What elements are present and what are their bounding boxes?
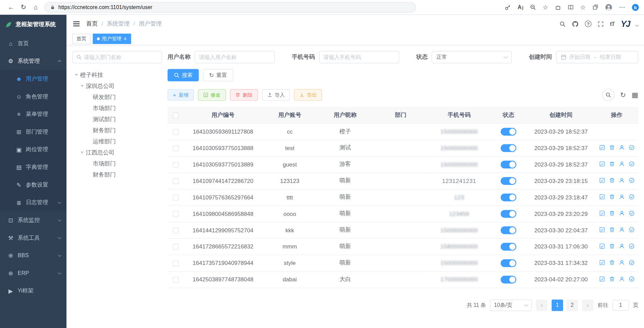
row-assign-role-icon[interactable]	[629, 144, 634, 150]
sidebar-menu-item[interactable]: ⚒ 系统工具	[0, 229, 66, 247]
row-assign-role-icon[interactable]	[629, 210, 634, 216]
tree-node[interactable]: 橙子科技	[72, 69, 162, 81]
date-range-picker[interactable]: 开始日期 - 结束日期	[556, 51, 638, 63]
row-delete-icon[interactable]	[609, 243, 614, 249]
split-screen-icon[interactable]	[567, 4, 574, 10]
sidebar-menu-item[interactable]: ✎ 参数设置	[0, 176, 66, 194]
password-key-icon[interactable]	[505, 4, 511, 10]
row-delete-icon[interactable]	[609, 177, 614, 183]
status-toggle[interactable]	[501, 259, 516, 267]
sidebar-menu-item[interactable]: ⊕ ERP	[0, 264, 66, 282]
row-edit-icon[interactable]	[599, 227, 605, 232]
browser-refresh-icon[interactable]: ↻	[17, 1, 30, 13]
read-aloud-icon[interactable]: A	[518, 4, 524, 10]
row-checkbox[interactable]	[173, 277, 179, 283]
breadcrumb-item[interactable]: 用户管理	[134, 20, 162, 28]
row-checkbox[interactable]	[173, 162, 179, 168]
sidebar-menu-item[interactable]: ⊞ 部门管理	[0, 123, 66, 141]
favorites-bar-icon[interactable]: ☆	[580, 3, 586, 11]
header-search-icon[interactable]	[559, 21, 565, 27]
row-delete-icon[interactable]	[609, 210, 614, 216]
row-reset-password-icon[interactable]	[619, 161, 625, 167]
row-assign-role-icon[interactable]	[629, 243, 634, 249]
dept-search-input[interactable]	[84, 54, 157, 60]
import-button[interactable]: 导入	[262, 89, 290, 101]
browser-back-icon[interactable]: ←	[5, 1, 17, 13]
select-all-checkbox[interactable]	[173, 112, 179, 118]
sidebar-menu-item[interactable]: ▣ 岗位管理	[0, 141, 66, 158]
row-delete-icon[interactable]	[609, 276, 614, 282]
sidebar-menu-item[interactable]: ☺ 角色管理	[0, 88, 66, 105]
page-size-select[interactable]: 10条/页	[490, 299, 532, 311]
extensions-icon[interactable]	[555, 4, 561, 10]
sidebar-menu-item[interactable]: ▤ 字典管理	[0, 158, 66, 176]
status-select[interactable]: 正常	[432, 51, 512, 63]
toggle-search-icon[interactable]	[602, 89, 614, 101]
font-size-icon[interactable]: tT	[610, 20, 615, 27]
collections-icon[interactable]	[592, 4, 598, 10]
tree-node[interactable]: 深圳总公司	[72, 81, 162, 92]
tree-node[interactable]: 财务部门	[72, 125, 162, 136]
zoom-out-icon[interactable]	[530, 4, 536, 10]
tree-node[interactable]: 研发部门	[72, 92, 162, 103]
tree-node[interactable]: 江西总公司	[72, 147, 162, 158]
row-checkbox[interactable]	[173, 178, 179, 184]
status-toggle[interactable]	[501, 276, 516, 283]
row-delete-icon[interactable]	[609, 194, 614, 199]
row-edit-icon[interactable]	[599, 161, 605, 167]
row-reset-password-icon[interactable]	[619, 177, 625, 183]
sidebar-menu-item[interactable]: ⌂ 首页	[0, 35, 66, 52]
help-icon[interactable]: ?	[585, 20, 592, 27]
row-checkbox[interactable]	[173, 228, 179, 233]
delete-button[interactable]: 删除	[230, 89, 258, 101]
search-button[interactable]: 搜索	[167, 69, 199, 82]
status-toggle[interactable]	[501, 144, 516, 152]
row-checkbox[interactable]	[173, 145, 179, 151]
column-settings-icon[interactable]: ▦	[632, 91, 638, 99]
row-delete-icon[interactable]	[609, 260, 614, 265]
tree-node[interactable]: 测试部门	[72, 114, 162, 125]
row-assign-role-icon[interactable]	[629, 194, 634, 199]
status-toggle[interactable]	[501, 210, 516, 218]
row-edit-icon[interactable]	[599, 276, 605, 282]
tree-node[interactable]: 市场部门	[72, 158, 162, 169]
bing-logo-icon[interactable]: b	[632, 3, 639, 11]
sidebar-menu-item[interactable]: ≣ 日志管理	[0, 193, 66, 211]
tree-node[interactable]: 市场部门	[72, 103, 162, 114]
row-reset-password-icon[interactable]	[619, 194, 625, 199]
row-reset-password-icon[interactable]	[619, 243, 625, 249]
row-checkbox[interactable]	[173, 244, 179, 250]
breadcrumb-item[interactable]: 首页	[86, 20, 98, 28]
tab-home[interactable]: 首页	[72, 34, 90, 44]
sidebar-menu-item[interactable]: ⊕ BBS	[0, 246, 66, 264]
row-reset-password-icon[interactable]	[619, 144, 625, 150]
row-checkbox[interactable]	[173, 129, 179, 135]
tree-node[interactable]: 财务部门	[72, 169, 162, 180]
avatar-caret-icon[interactable]	[635, 23, 639, 27]
export-button[interactable]: 导出	[294, 89, 322, 101]
page-number-button[interactable]: 2	[566, 299, 578, 311]
sidebar-menu-item[interactable]: ⊡ 系统监控	[0, 211, 66, 229]
add-favorite-icon[interactable]: ☆	[543, 3, 548, 11]
breadcrumb-item[interactable]: 系统管理	[101, 20, 130, 28]
status-toggle[interactable]	[501, 243, 516, 250]
status-toggle[interactable]	[501, 160, 516, 168]
row-edit-icon[interactable]	[599, 177, 605, 183]
edit-button[interactable]: 修改	[198, 89, 226, 101]
row-reset-password-icon[interactable]	[619, 227, 625, 232]
row-assign-role-icon[interactable]	[629, 177, 634, 183]
url-text[interactable]: https://ccnetcore.com:1101/system/user	[58, 4, 152, 10]
browser-home-icon[interactable]: ⌂	[30, 1, 42, 13]
tree-node[interactable]: 运维部门	[72, 136, 162, 147]
browser-profile-avatar[interactable]	[605, 3, 612, 11]
row-delete-icon[interactable]	[609, 144, 614, 150]
row-checkbox[interactable]	[173, 261, 179, 266]
page-number-button[interactable]: 1	[552, 299, 563, 311]
add-button[interactable]: + 新增	[167, 89, 194, 101]
row-edit-icon[interactable]	[599, 260, 605, 265]
close-tab-icon[interactable]: ×	[123, 36, 127, 42]
sidebar-toggle-icon[interactable]	[72, 20, 80, 28]
row-checkbox[interactable]	[173, 211, 179, 217]
row-reset-password-icon[interactable]	[619, 260, 625, 265]
sidebar-menu-item[interactable]: ▶ Yi框架	[0, 282, 66, 300]
